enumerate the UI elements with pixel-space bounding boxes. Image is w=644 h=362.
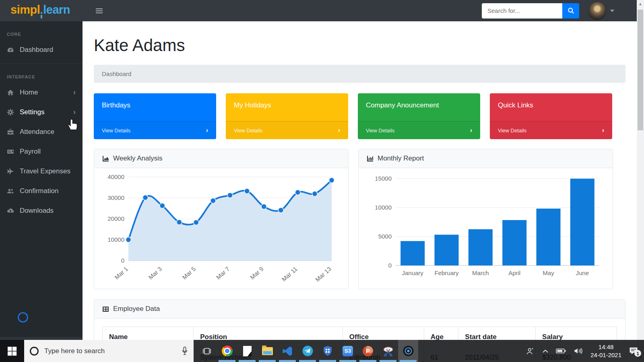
sidebar-item-attendance[interactable]: Attendance [0, 122, 83, 142]
sidebar-item-label: Payroll [20, 148, 41, 156]
sidebar-item-confirmation[interactable]: Confirmation [0, 181, 83, 201]
task-view-taskbar-button[interactable] [197, 340, 217, 362]
sidebar-item-payroll[interactable]: Payroll [0, 142, 83, 161]
view-details-link[interactable]: View Details› [358, 121, 480, 139]
users-icon [7, 187, 15, 195]
vscode-icon [282, 346, 293, 356]
main-content: Kate Adams Dashboard BirthdaysView Detai… [83, 21, 637, 362]
logo-text-right: learn [43, 3, 70, 16]
windows-taskbar: Type here to search S3P 14:48 24-01-2021… [0, 340, 644, 362]
chevron-right-icon: › [602, 127, 604, 134]
sidebar-item-downloads[interactable]: Downloads [0, 201, 83, 220]
svg-text:Mar 13: Mar 13 [314, 265, 332, 283]
taskbar-search[interactable]: Type here to search [24, 340, 194, 362]
sidebar-item-dashboard[interactable]: Dashboard [0, 40, 83, 60]
view-details-link[interactable]: View Details› [490, 121, 612, 139]
sidebar-item-travel-expenses[interactable]: Travel Expenses [0, 161, 83, 181]
search-input[interactable] [482, 3, 562, 19]
clock-date: 24-01-2021 [590, 351, 621, 359]
taskbar-clock[interactable]: 14:48 24-01-2021 [590, 343, 621, 359]
s3-taskbar-button[interactable]: S3 [338, 340, 358, 362]
powerpoint-taskbar-button[interactable]: P [358, 340, 378, 362]
chrome-icon [222, 346, 233, 356]
sidebar-item-label: Travel Expenses [20, 167, 70, 175]
scrollbar-thumb[interactable] [638, 10, 643, 130]
svg-text:February: February [434, 269, 459, 276]
table-icon [102, 306, 109, 313]
svg-text:May: May [543, 269, 554, 276]
vscode-taskbar-button[interactable] [277, 340, 297, 362]
battery-icon[interactable] [556, 348, 566, 354]
sidebar-item-label: Settings [20, 108, 44, 116]
summary-card-title: Birthdays [94, 93, 216, 121]
file-explorer-taskbar-button[interactable] [257, 340, 277, 362]
svg-text:Mar 3: Mar 3 [147, 265, 163, 281]
file-explorer-icon [262, 347, 273, 355]
notepad-icon [243, 346, 252, 356]
microphone-icon[interactable] [182, 346, 188, 356]
sidebar-section-label: CORE [0, 21, 83, 40]
sidebar-item-label: Dashboard [20, 46, 53, 54]
tachometer-icon [7, 46, 15, 53]
sidebar-item-home[interactable]: Home› [0, 82, 83, 102]
briefcase-icon [7, 128, 15, 136]
chevron-right-icon: › [470, 127, 472, 134]
avatar[interactable] [588, 2, 607, 20]
view-details-link[interactable]: View Details› [226, 121, 348, 139]
breadcrumb: Dashboard [94, 65, 625, 83]
taskbar-apps: S3P [197, 340, 418, 362]
shield-taskbar-button[interactable] [318, 340, 338, 362]
simplilearn-logo: simpl learn [0, 3, 89, 19]
snip-taskbar-button[interactable] [378, 340, 398, 362]
s3-icon: S3 [343, 346, 353, 356]
sidebar-item-label: Attendance [20, 128, 54, 136]
svg-text:April: April [508, 269, 520, 276]
telegram-icon [302, 346, 313, 356]
cortana-icon[interactable] [30, 347, 39, 356]
monthly-report-title: Monthly Report [378, 154, 424, 162]
clock-time: 14:48 [599, 343, 614, 351]
navbar-search [482, 3, 579, 19]
sidebar-item-label: Confirmation [20, 187, 58, 195]
svg-text:Mar 11: Mar 11 [281, 265, 299, 283]
bar-chart-icon [367, 155, 374, 162]
screen-recorder-taskbar-button[interactable] [398, 340, 418, 362]
scroll-up-icon[interactable]: ▲ [637, 2, 644, 6]
sidebar-item-label: Home [20, 88, 38, 97]
magnifier-icon [568, 7, 574, 14]
action-center-icon[interactable]: 1 [629, 347, 638, 355]
summary-card-my-holidays[interactable]: My HolidaysView Details› [226, 93, 348, 139]
summary-card-quick-links[interactable]: Quick LinksView Details› [490, 93, 612, 139]
chevron-up-icon[interactable] [542, 349, 549, 353]
summary-card-company-anouncement[interactable]: Company AnouncementView Details› [358, 93, 480, 139]
menu-toggle-icon[interactable] [96, 7, 103, 14]
page-scrollbar[interactable]: ▲ ▼ [637, 0, 644, 362]
monthly-report-header: Monthly Report [359, 149, 613, 168]
view-details-label: View Details [498, 128, 526, 134]
svg-text:10000: 10000 [375, 204, 392, 211]
notepad-taskbar-button[interactable] [237, 340, 257, 362]
view-details-link[interactable]: View Details› [94, 121, 216, 139]
plane-icon [7, 168, 15, 175]
svg-text:January: January [402, 269, 424, 276]
cloud-download-icon [7, 207, 15, 214]
telegram-taskbar-button[interactable] [297, 340, 318, 362]
summary-card-birthdays[interactable]: BirthdaysView Details› [94, 93, 216, 139]
summary-card-title: Company Anouncement [358, 93, 480, 121]
page-title: Kate Adams [94, 36, 625, 55]
powerpoint-icon: P [363, 346, 373, 356]
speaker-icon[interactable] [574, 348, 583, 354]
charts-row: Weekly Analysis 010000200003000040000Mar… [94, 149, 625, 289]
people-icon[interactable] [526, 347, 535, 356]
search-button[interactable] [562, 3, 579, 19]
chevron-right-icon: › [206, 127, 208, 134]
user-menu[interactable] [588, 2, 614, 20]
svg-text:Mar 5: Mar 5 [181, 265, 197, 281]
money-check-icon [7, 148, 15, 155]
system-tray: 14:48 24-01-2021 1 [519, 343, 644, 359]
start-button[interactable] [0, 340, 24, 362]
weekly-analysis-header: Weekly Analysis [94, 149, 348, 168]
home-icon [7, 89, 15, 96]
chrome-taskbar-button[interactable] [217, 340, 237, 362]
sidebar-item-settings[interactable]: Settings› [0, 102, 83, 122]
